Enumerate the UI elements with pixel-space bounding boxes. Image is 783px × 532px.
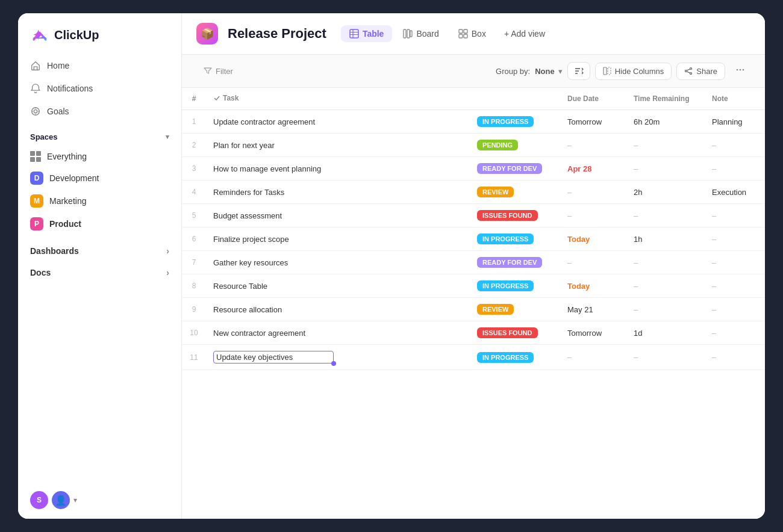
- filter-icon: [204, 67, 212, 75]
- task-name-cell[interactable]: How to manage event planning: [206, 157, 470, 181]
- hide-columns-button[interactable]: Hide Columns: [595, 63, 672, 80]
- svg-rect-4: [350, 29, 358, 38]
- note-cell: –: [705, 204, 765, 227]
- filter-button[interactable]: Filter: [196, 63, 240, 79]
- space-everything[interactable]: Everything: [23, 146, 176, 167]
- task-name-cell[interactable]: Reminders for Tasks: [206, 181, 470, 204]
- status-cell[interactable]: REVIEW: [470, 181, 560, 204]
- svg-point-24: [740, 69, 741, 71]
- tab-board[interactable]: Board: [395, 25, 447, 42]
- task-name-cell[interactable]: Finalize project scope: [206, 227, 470, 251]
- due-date-cell: –: [560, 181, 626, 204]
- table-row[interactable]: 5Budget assessmentISSUES FOUND–––: [182, 204, 765, 227]
- task-name-cell[interactable]: Plan for next year: [206, 134, 470, 157]
- docs-item[interactable]: Docs ›: [23, 262, 176, 283]
- check-icon: [213, 94, 220, 102]
- nav-item-notifications[interactable]: Notifications: [23, 77, 176, 100]
- status-cell[interactable]: IN PROGRESS: [470, 227, 560, 251]
- status-badge: ISSUES FOUND: [477, 327, 538, 338]
- task-name-cell[interactable]: Update contractor agreement: [206, 110, 470, 134]
- status-cell[interactable]: IN PROGRESS: [470, 110, 560, 134]
- status-cell[interactable]: IN PROGRESS: [470, 345, 560, 370]
- filter-label: Filter: [216, 67, 233, 76]
- everything-icon: [30, 151, 41, 162]
- table-row[interactable]: 4Reminders for TasksREVIEW–2hExecution: [182, 181, 765, 204]
- status-cell[interactable]: PENDING: [470, 134, 560, 157]
- status-cell[interactable]: READY FOR DEV: [470, 157, 560, 181]
- add-view-button[interactable]: + Add view: [497, 25, 552, 42]
- sidebar-bottom: S 👤 ▾: [18, 481, 181, 519]
- row-num: 7: [182, 251, 206, 274]
- status-cell[interactable]: ISSUES FOUND: [470, 204, 560, 227]
- nav-item-home[interactable]: Home: [23, 54, 176, 77]
- row-num: 11: [182, 345, 206, 370]
- svg-point-3: [34, 110, 37, 113]
- svg-rect-12: [464, 29, 467, 33]
- time-remaining-cell: 1h: [626, 227, 705, 251]
- due-date-cell: Apr 28: [560, 157, 626, 181]
- user-dropdown-chevron[interactable]: ▾: [73, 496, 77, 504]
- time-remaining-cell: –: [626, 345, 705, 370]
- task-name-cell[interactable]: Resource Table: [206, 274, 470, 298]
- avatar-s[interactable]: S: [30, 491, 48, 509]
- goals-icon: [30, 106, 41, 117]
- view-tabs: Table Board: [341, 25, 552, 42]
- status-cell[interactable]: READY FOR DEV: [470, 251, 560, 274]
- task-table-wrap: # Task Due Date Time Remaining: [182, 88, 765, 519]
- nav-item-goals[interactable]: Goals: [23, 100, 176, 123]
- table-row[interactable]: 11Update key objectivesIN PROGRESS–––: [182, 345, 765, 370]
- table-row[interactable]: 7Gather key resourcesREADY FOR DEV–––: [182, 251, 765, 274]
- spaces-chevron[interactable]: ▾: [166, 133, 169, 141]
- status-badge: REVIEW: [477, 304, 514, 315]
- space-development[interactable]: D Development: [23, 167, 176, 190]
- space-development-label: Development: [49, 173, 99, 183]
- svg-rect-13: [459, 34, 463, 38]
- table-row[interactable]: 2Plan for next yearPENDING–––: [182, 134, 765, 157]
- more-icon: [735, 64, 746, 75]
- tab-table[interactable]: Table: [341, 25, 393, 42]
- status-badge: PENDING: [477, 140, 518, 150]
- task-name-cell[interactable]: Resource allocation: [206, 298, 470, 321]
- space-everything-label: Everything: [47, 152, 87, 161]
- status-badge: IN PROGRESS: [477, 280, 534, 291]
- share-button[interactable]: Share: [676, 63, 725, 80]
- task-name-cell[interactable]: Gather key resources: [206, 251, 470, 274]
- toolbar-right: Group by: None ▾: [496, 61, 750, 81]
- tab-box[interactable]: Box: [450, 25, 494, 42]
- task-name-cell[interactable]: New contractor agreement: [206, 321, 470, 345]
- table-row[interactable]: 10New contractor agreementISSUES FOUNDTo…: [182, 321, 765, 345]
- note-cell: Execution: [705, 181, 765, 204]
- task-table: # Task Due Date Time Remaining: [182, 88, 765, 370]
- table-row[interactable]: 9Resource allocationREVIEWMay 21––: [182, 298, 765, 321]
- more-options-button[interactable]: [730, 61, 750, 81]
- row-num: 2: [182, 134, 206, 157]
- status-badge: READY FOR DEV: [477, 163, 542, 174]
- due-date-cell: May 21: [560, 298, 626, 321]
- product-dot: P: [30, 217, 43, 230]
- table-row[interactable]: 1Update contractor agreementIN PROGRESST…: [182, 110, 765, 134]
- svg-point-20: [690, 68, 692, 70]
- row-num: 5: [182, 204, 206, 227]
- space-marketing[interactable]: M Marketing: [23, 190, 176, 212]
- avatar-u[interactable]: 👤: [52, 491, 70, 509]
- due-date-cell: –: [560, 251, 626, 274]
- task-name-cell[interactable]: Update key objectives: [206, 345, 470, 370]
- status-cell[interactable]: ISSUES FOUND: [470, 321, 560, 345]
- task-name-cell[interactable]: Budget assessment: [206, 204, 470, 227]
- sort-button[interactable]: [567, 62, 590, 80]
- status-badge: ISSUES FOUND: [477, 210, 538, 221]
- time-remaining-cell: 1d: [626, 321, 705, 345]
- table-row[interactable]: 3How to manage event planningREADY FOR D…: [182, 157, 765, 181]
- status-badge: REVIEW: [477, 187, 514, 197]
- tab-box-label: Box: [472, 29, 486, 39]
- group-by[interactable]: Group by: None ▾: [496, 67, 563, 76]
- dashboards-item[interactable]: Dashboards ›: [23, 240, 176, 262]
- status-cell[interactable]: IN PROGRESS: [470, 274, 560, 298]
- status-cell[interactable]: REVIEW: [470, 298, 560, 321]
- table-row[interactable]: 8Resource TableIN PROGRESSToday––: [182, 274, 765, 298]
- home-icon: [30, 60, 41, 71]
- table-row[interactable]: 6Finalize project scopeIN PROGRESSToday1…: [182, 227, 765, 251]
- time-remaining-cell: –: [626, 274, 705, 298]
- note-cell: –: [705, 251, 765, 274]
- space-product[interactable]: P Product: [23, 212, 176, 235]
